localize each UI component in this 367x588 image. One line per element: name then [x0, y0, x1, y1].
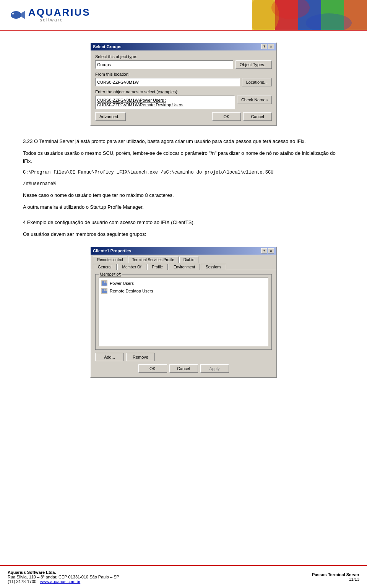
- ok-cancel-buttons: OK Cancel: [212, 112, 272, 121]
- member-item-remote-desktop: Remote Desktop Users: [101, 287, 266, 295]
- power-users-icon: [101, 280, 107, 286]
- svg-point-18: [105, 289, 106, 291]
- close-button[interactable]: ×: [268, 44, 274, 49]
- svg-point-17: [102, 289, 104, 291]
- aquarius-fish-icon: [8, 5, 27, 24]
- field3-label: Enter the object names to select (exampl…: [95, 89, 272, 94]
- doc-title: Passos Terminal Server: [312, 572, 359, 577]
- bottom-tab-bar: General Member Of Profile Environment Se…: [91, 263, 276, 270]
- help-button[interactable]: ?: [261, 44, 267, 49]
- page-number: 11/13: [312, 577, 359, 582]
- select-groups-dialog: Select Groups ? × Select this object typ…: [90, 42, 277, 126]
- client-dialog-body: Member of: Power Users: [91, 270, 276, 377]
- field2-label: From this location:: [95, 72, 272, 76]
- client-dialog-container: Cliente1 Properties ? × Remote control T…: [23, 246, 344, 378]
- svg-point-14: [105, 281, 106, 283]
- ok-button[interactable]: OK: [212, 112, 241, 121]
- tab-remote-control[interactable]: Remote control: [93, 257, 127, 263]
- client-title: Cliente1 Properties: [93, 249, 131, 253]
- field1-row: Groups Object Types...: [95, 60, 272, 69]
- svg-point-2: [12, 13, 14, 15]
- svg-point-0: [11, 11, 21, 19]
- client-cancel-button[interactable]: Cancel: [169, 364, 198, 373]
- section4-title: 4 Exemplo de configuração de usuário com…: [23, 219, 344, 227]
- select-groups-bottom-buttons: Advanced... OK Cancel: [95, 112, 272, 121]
- footer-right: Passos Terminal Server 11/13: [312, 572, 359, 582]
- client-titlebar: Cliente1 Properties ? ×: [91, 247, 276, 255]
- member-of-label: Member of:: [99, 272, 122, 276]
- svg-rect-16: [102, 291, 107, 293]
- object-names-input[interactable]: CURS0-ZZFGV0M1W\Power Users ; CURS0-ZZFG…: [95, 96, 235, 109]
- remove-button[interactable]: Remove: [126, 353, 155, 361]
- title-buttons-group: ? ×: [261, 44, 274, 49]
- logo-sub-text: software: [40, 17, 91, 23]
- section4: 4 Exemplo de configuração de usuário com…: [23, 219, 344, 239]
- select-groups-container: Select Groups ? × Select this object typ…: [23, 42, 344, 126]
- paragraph1: 3.23 O Terminal Server já está pronto pa…: [23, 138, 344, 146]
- svg-rect-12: [102, 283, 107, 286]
- header: AQUARIUS software: [0, 0, 367, 31]
- select-groups-title: Select Groups: [93, 44, 122, 49]
- paragraph2: Todos os usuários usarão o mesmo SCU, po…: [23, 149, 344, 166]
- field3-row: CURS0-ZZFGV0M1W\Power Users ; CURS0-ZZFG…: [95, 96, 272, 109]
- field1-label: Select this object type:: [95, 54, 272, 59]
- add-button[interactable]: Add...: [95, 353, 124, 361]
- footer-left: Aquarius Software Ltda. Rua Silvia, 110 …: [8, 570, 119, 584]
- cancel-button[interactable]: Cancel: [243, 112, 272, 121]
- company-address: Rua Silvia, 110 – 8º andar, CEP 01331-01…: [8, 575, 119, 579]
- tab-profile[interactable]: Profile: [147, 264, 168, 270]
- paragraph3: Nesse caso o nome do usuário tem que ter…: [23, 192, 344, 200]
- tab-sessions[interactable]: Sessions: [201, 264, 226, 270]
- member-item-power-users: Power Users: [101, 279, 266, 287]
- company-name: Aquarius Software Ltda.: [8, 570, 119, 575]
- client-help-button[interactable]: ?: [261, 248, 267, 253]
- tab-general[interactable]: General: [93, 264, 117, 270]
- code-line1: C:\Program files\GE Fanuc\Proficy iFIX\L…: [23, 169, 344, 176]
- member-of-group-box: Member of: Power Users: [95, 274, 272, 350]
- section4-subtitle: Os usuários devem ser membros dos seguin…: [23, 231, 344, 239]
- header-decoration: [252, 0, 367, 31]
- phone-number: (11) 3178-1700 -: [8, 579, 39, 584]
- check-names-button[interactable]: Check Names: [237, 96, 272, 104]
- tab-terminal-services[interactable]: Terminal Services Profile: [128, 257, 179, 263]
- select-groups-body: Select this object type: Groups Object T…: [91, 50, 276, 125]
- remote-desktop-label: Remote Desktop Users: [110, 289, 153, 293]
- paragraph4: A outra maneira é utilizando o Startup P…: [23, 203, 344, 211]
- logo-name: AQUARIUS software: [28, 7, 91, 23]
- tab-environment[interactable]: Environment: [169, 264, 200, 270]
- object-type-input[interactable]: Groups: [95, 60, 233, 69]
- client-properties-dialog: Cliente1 Properties ? × Remote control T…: [90, 246, 277, 378]
- object-name-line1: CURS0-ZZFGV0M1W\Power Users ;: [97, 98, 233, 102]
- tab-dial-in[interactable]: Dial-in: [179, 257, 198, 263]
- remote-desktop-users-icon: [101, 288, 107, 294]
- logo-section: AQUARIUS software: [0, 5, 91, 24]
- client-apply-button[interactable]: Apply: [200, 364, 229, 373]
- logo-main-text: AQUARIUS: [28, 7, 91, 17]
- advanced-button[interactable]: Advanced...: [95, 112, 126, 121]
- client-ok-cancel-apply: OK Cancel Apply: [95, 364, 272, 373]
- power-users-label: Power Users: [110, 281, 134, 286]
- tab-member-of[interactable]: Member Of: [117, 264, 146, 270]
- aquarius-logo: AQUARIUS software: [8, 5, 91, 24]
- add-remove-buttons: Add... Remove: [95, 353, 272, 361]
- field2-row: CURS0-ZZFGV0M1W Locations...: [95, 78, 272, 86]
- client-close-button[interactable]: ×: [268, 248, 274, 253]
- object-types-button[interactable]: Object Types...: [235, 60, 272, 69]
- member-list: Power Users Remote Desktop Users: [99, 278, 268, 346]
- locations-button[interactable]: Locations...: [242, 78, 272, 86]
- svg-point-13: [102, 281, 104, 283]
- select-groups-titlebar: Select Groups ? ×: [91, 43, 276, 50]
- company-contact: (11) 3178-1700 - www.aquarius.com.br: [8, 579, 119, 584]
- website-link[interactable]: www.aquarius.com.br: [40, 579, 80, 584]
- code-line2: /n%username%: [23, 180, 344, 188]
- object-name-line2: CURS0-ZZFGV0M1W\Remote Desktop Users: [97, 102, 233, 107]
- top-tab-bar: Remote control Terminal Services Profile…: [91, 255, 276, 263]
- client-ok-button[interactable]: OK: [138, 364, 167, 373]
- main-content: Select Groups ? × Select this object typ…: [0, 31, 367, 401]
- client-title-buttons: ? ×: [261, 248, 274, 253]
- location-input[interactable]: CURS0-ZZFGV0M1W: [95, 78, 240, 86]
- text-section-1: 3.23 O Terminal Server já está pronto pa…: [23, 138, 344, 211]
- svg-marker-1: [21, 11, 25, 19]
- footer: Aquarius Software Ltda. Rua Silvia, 110 …: [0, 565, 367, 588]
